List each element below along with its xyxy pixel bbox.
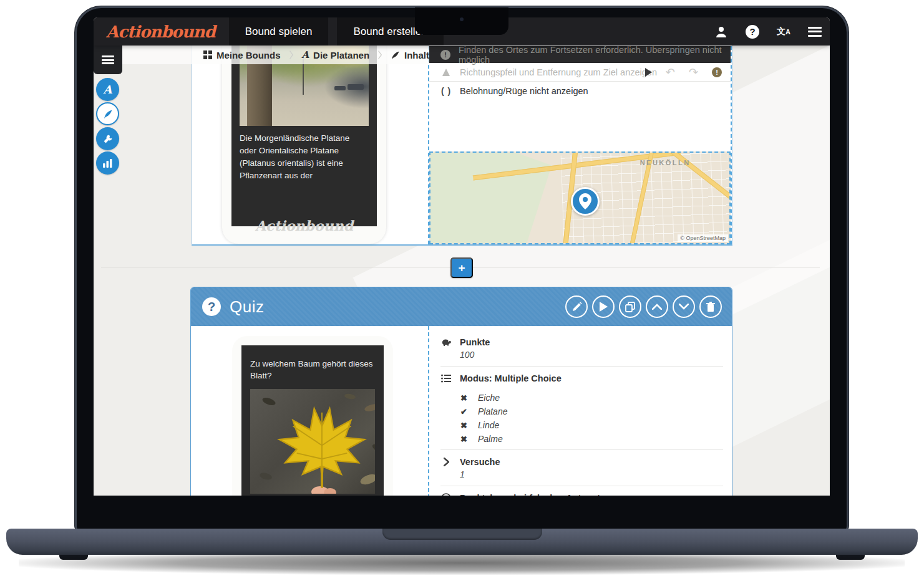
setting-row-direction-arrow: Richtungspfeil und Entfernung zum Ziel a… (429, 63, 731, 82)
feather-icon (103, 109, 113, 119)
actionbound-logo[interactable]: Actionbound (106, 22, 215, 41)
penalty-label: Punktabzug bei falscher Antwort (460, 493, 600, 496)
chevron-separator-icon (289, 49, 294, 60)
quiz-option: ✖ Linde (429, 418, 732, 432)
points-value: 100 (429, 350, 732, 362)
mode-label: Modus: Multiple Choice (460, 373, 562, 383)
setting-row-find-location: ! Finden des Ortes zum Fortsetzen erford… (429, 46, 731, 63)
actionbound-a-icon: A (104, 83, 112, 96)
leaf-photo (250, 389, 375, 494)
setting-label: Belohnung/Rüge nicht anzeigen (460, 86, 588, 96)
editor-sidebar: A (94, 46, 125, 74)
breadcrumb-label: Inhalt (404, 50, 429, 60)
car-silhouette (348, 84, 364, 90)
actionbound-a-icon: A (301, 49, 309, 60)
list-icon (440, 374, 452, 383)
bar-chart-icon (103, 159, 112, 168)
check-icon: ✔ (460, 407, 469, 416)
map-district-label: NEUKÖLLN (640, 159, 691, 166)
option-label: Platane (478, 406, 507, 416)
row-separator (440, 449, 723, 450)
cross-icon: ✖ (460, 434, 469, 444)
points-row: Punkte (429, 335, 732, 350)
quiz-actions (565, 295, 722, 318)
breadcrumb-label: Die Platanen (313, 50, 369, 60)
sidebar-tool-bound[interactable]: A (96, 78, 119, 101)
laptop-base (6, 529, 918, 555)
phone-screen: Zu welchem Baum gehört dieses Blatt? (241, 345, 384, 496)
chevron-right-icon (440, 458, 452, 466)
row-separator (440, 486, 723, 486)
navbar-icons: ? 文A (714, 17, 822, 46)
actionbound-watermark: Actionbound (222, 218, 386, 234)
phone-preview: Zu welchem Baum gehört dieses Blatt? (232, 336, 393, 496)
cross-icon: ✖ (460, 393, 469, 403)
move-up-icon[interactable] (646, 295, 668, 318)
question-mark-icon: ? (202, 297, 221, 316)
add-element-button[interactable]: + (450, 257, 473, 278)
sidebar-tool-content[interactable] (96, 102, 119, 125)
attempts-row: Versuche (429, 454, 732, 469)
sidebar-menu-button[interactable] (94, 46, 122, 74)
undo-icon[interactable]: ↶ (666, 67, 675, 78)
sidebar-tool-settings[interactable] (96, 127, 119, 150)
selected-element-zone[interactable]: Punkte 100 Modus: Multiple Choice ✖ Eich… (428, 326, 732, 496)
help-icon[interactable]: ? (745, 24, 760, 39)
move-down-icon[interactable] (673, 295, 695, 318)
piggy-bank-icon (440, 338, 452, 347)
menu-icon[interactable] (807, 24, 822, 39)
quiz-header: ? Quiz (191, 287, 732, 326)
parentheses-icon: ( ) (440, 86, 452, 96)
stage-card-quiz: ? Quiz (190, 287, 732, 496)
stage-toolbar: ↶ ↷ ! (645, 63, 722, 82)
mode-row: Modus: Multiple Choice (429, 371, 732, 386)
option-label: Palme (478, 434, 503, 444)
warning-icon[interactable]: ! (712, 67, 722, 77)
attempts-value: 1 (429, 469, 732, 482)
play-icon[interactable] (645, 68, 652, 77)
setting-label: Richtungspfeil und Entfernung zum Ziel a… (460, 67, 657, 77)
quiz-question-text: Zu welchem Baum gehört dieses Blatt? (250, 358, 375, 382)
cross-icon: ✖ (460, 421, 469, 430)
duplicate-icon[interactable] (619, 295, 641, 318)
option-label: Linde (478, 420, 499, 430)
menu-icon (102, 55, 114, 64)
exclamation-circle-icon: ! (440, 50, 450, 60)
breadcrumb: Meine Bounds A Die Platanen Inhalt (122, 46, 429, 64)
user-icon[interactable] (714, 24, 729, 39)
option-label: Eiche (478, 393, 500, 403)
wrench-icon (103, 134, 113, 144)
nav-item-bound-spielen[interactable]: Bound spielen (229, 17, 329, 46)
browser-viewport: …bis in den westlichen Himalaja beheimat… (94, 17, 830, 496)
map-attribution[interactable]: © OpenStreetMap (678, 234, 728, 242)
sad-face-icon (440, 493, 452, 496)
edit-icon[interactable] (565, 295, 588, 318)
breadcrumb-label: Meine Bounds (216, 50, 281, 60)
play-icon[interactable] (592, 295, 615, 318)
grid-icon (203, 50, 212, 59)
webcam-dot (460, 17, 464, 21)
setting-row-reward: ( ) Belohnung/Rüge nicht anzeigen (429, 82, 731, 100)
selected-element-zone[interactable]: ! Finden des Ortes zum Fortsetzen erford… (428, 46, 732, 244)
location-arrow-icon (440, 69, 452, 76)
breadcrumb-item-inhalt[interactable]: Inhalt (391, 50, 429, 60)
delete-icon[interactable] (699, 295, 722, 318)
row-separator (440, 366, 723, 367)
laptop-grip-notch (382, 529, 542, 540)
breadcrumb-item-meine-bounds[interactable]: Meine Bounds (203, 50, 281, 60)
setting-label: Finden des Ortes zum Fortsetzen erforder… (459, 45, 722, 65)
quiz-option: ✖ Palme (429, 432, 732, 446)
car-silhouette (334, 86, 346, 90)
breadcrumb-item-die-platanen[interactable]: A Die Platanen (301, 49, 369, 60)
attempts-label: Versuche (460, 457, 500, 467)
quiz-option: ✖ Eiche (429, 391, 732, 405)
sidebar-tool-results[interactable] (96, 151, 119, 175)
penalty-row: Punktabzug bei falscher Antwort (429, 491, 732, 496)
redo-icon[interactable]: ↷ (689, 67, 698, 78)
stage-text-paragraph: Die Morgenländische Platane oder Orienta… (240, 132, 369, 182)
quiz-title: Quiz (230, 297, 264, 317)
map-pin-icon[interactable] (571, 187, 600, 216)
translate-icon[interactable]: 文A (776, 24, 791, 39)
quiz-option: ✔ Platane (429, 405, 732, 418)
openstreetmap-view[interactable]: NEUKÖLLN © OpenStreetMap (429, 151, 731, 244)
